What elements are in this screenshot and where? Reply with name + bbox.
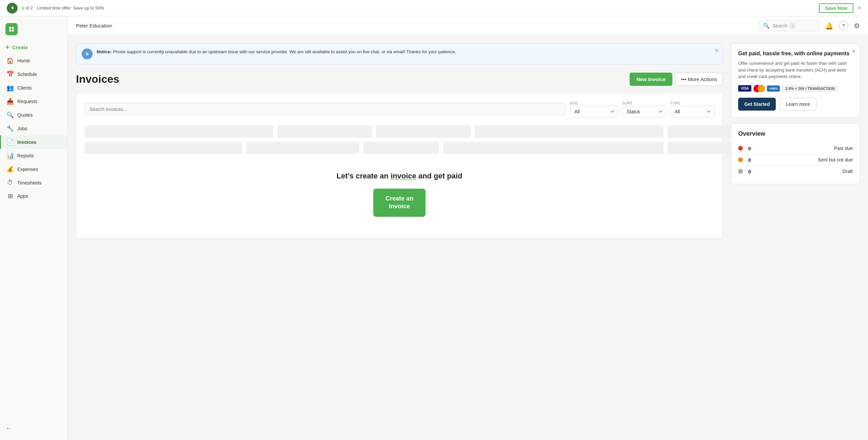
banner-left: ✦ 1 of 2 Limited time offer: Save up to … xyxy=(7,3,104,14)
sidebar-item-quotes[interactable]: 🔍 Quotes xyxy=(0,108,67,122)
settings-button[interactable]: ⚙ xyxy=(854,22,860,30)
empty-invoice-link[interactable]: invoice xyxy=(391,172,416,180)
sidebar-item-label: Schedule xyxy=(17,72,37,77)
notice-text: Notice: Phone support is currently unava… xyxy=(97,49,456,55)
sidebar-item-invoices[interactable]: 📄 Invoices xyxy=(0,135,67,149)
type-filter-group: Type All Invoice Recurring xyxy=(670,101,714,117)
banner-logo: ✦ xyxy=(7,3,18,14)
sidebar-item-label: Timesheets xyxy=(17,180,42,186)
skeleton-row-2 xyxy=(84,142,714,154)
overview-row-sent-not-due: 0 Sent but not due xyxy=(738,154,853,166)
due-filter-label: Due xyxy=(570,101,618,105)
sidebar-item-jobs[interactable]: 🔧 Jobs xyxy=(0,122,67,135)
search-invoices-input[interactable] xyxy=(84,103,566,115)
search-shortcut: / xyxy=(790,23,795,28)
quotes-icon: 🔍 xyxy=(6,111,14,119)
sidebar-item-label: Expenses xyxy=(17,167,38,172)
payments-card-description: Offer convenience and get paid 4x faster… xyxy=(738,60,853,80)
notice-bold: Notice: xyxy=(97,49,112,54)
notification-button[interactable]: 🔔 xyxy=(825,22,833,30)
sidebar-item-label: Jobs xyxy=(17,126,27,131)
top-banner: ✦ 1 of 2 Limited time offer: Save up to … xyxy=(0,0,868,16)
sidebar-item-apps[interactable]: ⊞ Apps xyxy=(0,189,67,203)
create-invoice-button[interactable]: Create an Invoice xyxy=(373,189,426,217)
banner-close-button[interactable]: × xyxy=(857,4,861,12)
payment-icons: VISA AMEX 2.9% + 30¢ / TRANSACTION xyxy=(738,85,853,92)
sort-filter-label: Sort xyxy=(622,101,666,105)
help-button[interactable]: ? xyxy=(839,21,848,31)
sidebar-item-label: Quotes xyxy=(17,112,33,118)
sidebar-item-home[interactable]: 🏠 Home xyxy=(0,54,67,68)
page-title-row: Invoices New Invoice ••• More Actions xyxy=(76,73,723,86)
past-due-label: Past due xyxy=(834,146,853,151)
learn-more-button[interactable]: Learn more xyxy=(779,98,816,111)
sidebar-logo xyxy=(0,20,67,41)
notice-banner: ❄ Notice: Phone support is currently una… xyxy=(76,43,723,64)
timesheets-icon: ⏱ xyxy=(6,179,14,186)
sidebar-bottom: ← xyxy=(0,421,67,436)
amex-icon: AMEX xyxy=(767,85,780,92)
overview-title: Overview xyxy=(738,130,853,137)
get-started-button[interactable]: Get Started xyxy=(738,98,776,111)
empty-text-after: and get paid xyxy=(416,172,462,180)
draft-label: Draft xyxy=(843,169,853,174)
card-buttons: Get Started Learn more xyxy=(738,98,853,111)
sidebar-item-label: Reports xyxy=(17,153,34,158)
sidebar-item-label: Clients xyxy=(17,85,32,91)
sidebar-item-reports[interactable]: 📊 Reports xyxy=(0,149,67,162)
type-filter-select[interactable]: All Invoice Recurring xyxy=(670,106,714,117)
sidebar-item-schedule[interactable]: 📅 Schedule xyxy=(0,68,67,81)
sidebar-item-label: Invoices xyxy=(17,139,36,145)
search-icon: 🔍 xyxy=(763,22,770,29)
search-box[interactable]: 🔍 Search / xyxy=(758,20,820,31)
right-panel: × Get paid, hassle free, with online pay… xyxy=(731,43,860,432)
sidebar-item-label: Home xyxy=(17,58,30,63)
sidebar-item-requests[interactable]: 📥 Requests xyxy=(0,95,67,108)
create-button[interactable]: + Create xyxy=(0,41,67,54)
overview-row-past-due: 0 Past due xyxy=(738,143,853,154)
home-icon: 🏠 xyxy=(6,57,14,64)
header-bar: Peter Education 🔍 Search / 🔔 ? ⚙ xyxy=(68,16,868,35)
overview-left: 0 xyxy=(738,146,753,151)
sidebar-item-clients[interactable]: 👥 Clients xyxy=(0,81,67,95)
page-title: Invoices xyxy=(76,73,119,85)
overview-card: Overview 0 Past due 0 Sent but not due xyxy=(731,123,860,184)
sort-filter-select[interactable]: Status Date Amount Client xyxy=(622,106,666,117)
sidebar: + Create 🏠 Home 📅 Schedule 👥 Clients 📥 R… xyxy=(0,16,68,440)
create-invoice-line2: Invoice xyxy=(389,203,410,210)
filter-row: Due All Overdue Due Today Due This Week … xyxy=(84,101,714,117)
more-actions-button[interactable]: ••• More Actions xyxy=(675,73,723,86)
create-plus-icon: + xyxy=(5,43,9,51)
sort-filter-group: Sort Status Date Amount Client xyxy=(622,101,666,117)
draft-count: 0 xyxy=(746,169,753,174)
mastercard-icon xyxy=(753,85,765,92)
svg-rect-3 xyxy=(12,30,14,32)
title-actions: New Invoice ••• More Actions xyxy=(630,73,723,86)
clients-icon: 👥 xyxy=(6,84,14,92)
payments-card-close[interactable]: × xyxy=(852,48,855,55)
banner-offer: Limited time offer: Save up to 50% xyxy=(37,5,104,11)
back-button[interactable]: ← xyxy=(5,425,12,432)
overview-left: 0 xyxy=(738,157,753,163)
sidebar-item-expenses[interactable]: 💰 Expenses xyxy=(0,162,67,176)
overview-left: 0 xyxy=(738,169,753,174)
company-name: Peter Education xyxy=(76,23,112,28)
empty-text-before: Let's create an xyxy=(337,172,391,180)
invoice-area: Due All Overdue Due Today Due This Week … xyxy=(76,93,723,239)
new-invoice-button[interactable]: New Invoice xyxy=(630,73,673,86)
sent-not-due-label: Sent but not due xyxy=(818,157,853,162)
notice-icon: ❄ xyxy=(82,49,93,59)
notice-body: Phone support is currently unavailable d… xyxy=(113,49,456,54)
expenses-icon: 💰 xyxy=(6,166,14,173)
due-filter-select[interactable]: All Overdue Due Today Due This Week xyxy=(570,106,618,117)
header-actions: 🔍 Search / 🔔 ? ⚙ xyxy=(758,20,860,31)
svg-rect-0 xyxy=(9,27,11,29)
overview-row-draft: 0 Draft xyxy=(738,166,853,177)
notice-close-button[interactable]: × xyxy=(715,47,718,54)
save-now-button[interactable]: Save Now xyxy=(819,3,853,13)
schedule-icon: 📅 xyxy=(6,71,14,78)
sidebar-item-label: Requests xyxy=(17,99,37,104)
type-filter-label: Type xyxy=(670,101,714,105)
payments-card: × Get paid, hassle free, with online pay… xyxy=(731,43,860,118)
sidebar-item-timesheets[interactable]: ⏱ Timesheets xyxy=(0,176,67,189)
